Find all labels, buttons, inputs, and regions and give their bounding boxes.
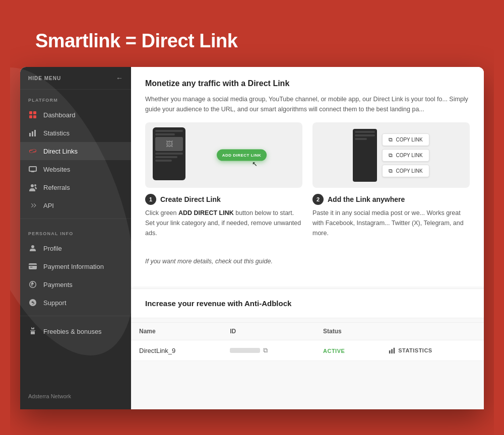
sidebar-item-label: Dashboard [43, 111, 76, 119]
step-2-container: ⧉ COPY LINK ⧉ COPY LINK ⧉ [312, 122, 470, 246]
personal-section-label: PERSONAL INFO [20, 223, 131, 239]
add-direct-link-button[interactable]: ADD DIRECT LINK [217, 150, 267, 161]
guide-link-text: If you want more details, check out this… [145, 256, 470, 266]
copy-id-icon[interactable]: ⧉ [263, 346, 268, 354]
question-icon [28, 298, 37, 307]
step-1-header: 1 Create Direct Link [145, 194, 302, 205]
svg-rect-0 [29, 111, 32, 114]
statistics-link[interactable]: STATISTICS [389, 347, 476, 354]
sidebar: HIDE MENU ← PLATFORM Dashboard Statistic… [20, 67, 131, 409]
row-name: DirectLink_9 [131, 340, 222, 361]
sidebar-item-label: Statistics [43, 129, 70, 137]
steps-grid: 🖼 ADD DIRECT LINK ↖ [145, 122, 470, 246]
hero-description: Whether you manage a social media group,… [145, 94, 470, 114]
copy-icon-3: ⧉ [389, 168, 393, 174]
link-icon [28, 147, 37, 156]
outer-container: Smartlink = Direct Link HIDE MENU ← PLAT… [10, 10, 494, 435]
step-1-info: 1 Create Direct Link Click green ADD DIR… [145, 194, 302, 238]
sidebar-item-support[interactable]: Support [20, 294, 131, 312]
brand-label: Adsterra Network [20, 385, 131, 404]
sidebar-item-api[interactable]: API [20, 196, 131, 214]
sidebar-header: HIDE MENU ← [20, 67, 131, 90]
svg-rect-9 [394, 348, 395, 353]
code-icon [28, 201, 37, 210]
row-action: STATISTICS [381, 340, 484, 361]
page-title-area: Smartlink = Direct Link [20, 20, 484, 67]
row-status: ACTIVE [315, 340, 381, 361]
adblock-section: Increase your revenue with Anti-Adblock [131, 289, 484, 318]
sidebar-item-websites[interactable]: Websites [20, 160, 131, 178]
bar-chart-icon [28, 128, 37, 137]
sidebar-item-label: Payment Information [43, 263, 104, 270]
sidebar-item-label: Websites [43, 166, 70, 173]
app-window: HIDE MENU ← PLATFORM Dashboard Statistic… [20, 67, 484, 409]
back-arrow-icon[interactable]: ← [116, 74, 123, 82]
copy-link-stack: ⧉ COPY LINK ⧉ COPY LINK ⧉ [382, 133, 429, 177]
svg-rect-7 [389, 350, 391, 353]
table-wrapper: Name ID Status DirectLink_9 [131, 322, 484, 361]
step-1-image: 🖼 ADD DIRECT LINK ↖ [145, 122, 302, 188]
sidebar-item-label: Direct Links [43, 148, 78, 155]
copy-link-btn-2[interactable]: ⧉ COPY LINK [382, 149, 429, 162]
col-status: Status [315, 323, 381, 340]
sidebar-item-payment-info[interactable]: Payment Information [20, 257, 131, 275]
step-2-info: 2 Add the Link anywhere Paste it in any … [312, 194, 470, 238]
hero-section: Monetize any traffic with a Direct Link … [131, 67, 484, 286]
step-1-container: 🖼 ADD DIRECT LINK ↖ [145, 122, 302, 246]
platform-section-label: PLATFORM [20, 90, 131, 106]
row-id: ⧉ [222, 340, 315, 361]
copy-icon: ⧉ [389, 136, 393, 143]
status-badge: ACTIVE [323, 348, 345, 354]
svg-rect-2 [29, 115, 32, 118]
sidebar-item-label: Support [43, 299, 67, 307]
svg-rect-6 [34, 130, 36, 136]
step-2-desc: Paste it in any social media post or we.… [312, 208, 470, 238]
copy-link-btn-1[interactable]: ⧉ COPY LINK [382, 133, 429, 146]
section-divider-2 [131, 318, 484, 318]
card-icon [28, 262, 37, 271]
grid-icon [28, 110, 37, 119]
table-row: DirectLink_9 ⧉ ACTIVE [131, 340, 484, 361]
step-1-number: 1 [145, 194, 156, 205]
gift-icon [28, 327, 37, 336]
sidebar-item-profile[interactable]: Profile [20, 239, 131, 257]
stats-bar-icon [389, 347, 396, 354]
sidebar-item-freebies[interactable]: Freebies & bonuses [20, 322, 131, 340]
page-main-title: Smartlink = Direct Link [35, 30, 469, 52]
table-header-row: Name ID Status [131, 323, 484, 340]
sidebar-item-label: Freebies & bonuses [43, 328, 102, 335]
sidebar-item-label: API [43, 202, 54, 209]
col-action [381, 323, 484, 340]
sidebar-divider-2 [20, 316, 131, 316]
step-2-image: ⧉ COPY LINK ⧉ COPY LINK ⧉ [312, 122, 470, 188]
svg-rect-5 [32, 131, 33, 136]
table-section: Name ID Status DirectLink_9 [131, 322, 484, 361]
col-name: Name [131, 323, 222, 340]
sidebar-divider [20, 219, 131, 219]
svg-rect-1 [33, 111, 36, 114]
id-container: ⧉ [230, 346, 307, 354]
step-2-title: Add the Link anywhere [328, 195, 405, 203]
person-icon [28, 244, 37, 253]
sidebar-item-dashboard[interactable]: Dashboard [20, 106, 131, 124]
sidebar-item-referrals[interactable]: Referrals [20, 178, 131, 196]
cursor-icon: ↖ [252, 160, 258, 168]
svg-rect-4 [29, 133, 31, 136]
users-icon [28, 183, 37, 192]
dollar-icon [28, 280, 37, 289]
copy-icon-2: ⧉ [389, 152, 393, 159]
sidebar-header-label: HIDE MENU [28, 76, 61, 81]
step-1-desc: Click green ADD DIRECT LINK button below… [145, 208, 302, 238]
hero-title: Monetize any traffic with a Direct Link [145, 79, 470, 88]
step-1-title: Create Direct Link [160, 195, 221, 203]
svg-rect-3 [33, 115, 36, 118]
sidebar-item-label: Payments [43, 281, 73, 288]
step-2-number: 2 [312, 194, 324, 205]
step2-panel [353, 129, 377, 182]
sidebar-item-statistics[interactable]: Statistics [20, 124, 131, 142]
sidebar-item-payments[interactable]: Payments [20, 275, 131, 294]
sidebar-item-label: Profile [43, 245, 62, 252]
sidebar-item-direct-links[interactable]: Direct Links [20, 142, 131, 160]
id-blurred-value [230, 348, 260, 353]
copy-link-btn-3[interactable]: ⧉ COPY LINK [382, 165, 429, 177]
